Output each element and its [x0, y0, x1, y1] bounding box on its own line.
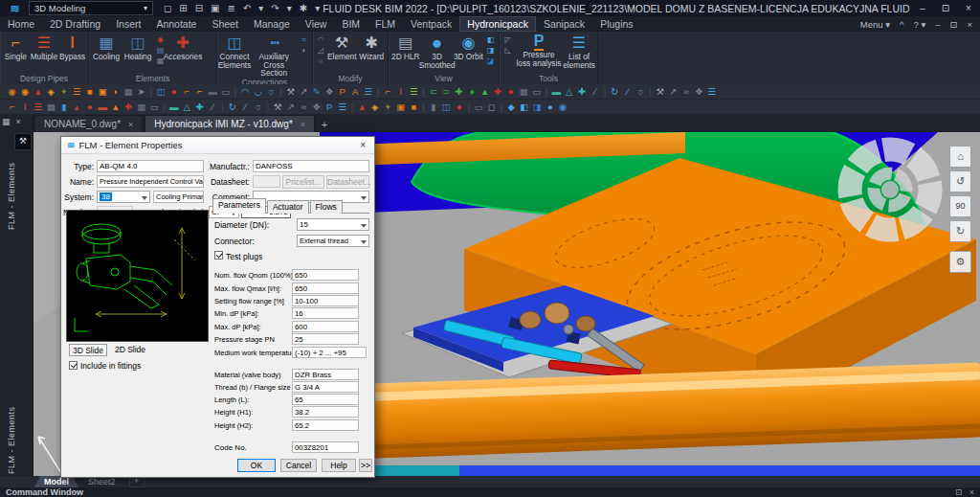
tab-actuator[interactable]: Actuator [267, 200, 309, 214]
pin-ribbon-icon[interactable]: ^ [896, 19, 907, 30]
cmdline-restore-icon[interactable]: ⊡ [955, 487, 962, 497]
rotate-90-button[interactable]: 90 [949, 195, 971, 217]
toolbar-icon[interactable]: ☰ [336, 100, 349, 114]
save-icon[interactable]: ▣ [208, 3, 222, 13]
toolbar-icon[interactable]: ◗ [109, 84, 122, 99]
ribbon-button-element[interactable]: ⚒ Element [327, 34, 356, 72]
ok-button[interactable]: OK [237, 459, 276, 472]
toolbar-icon[interactable]: ⌐ [181, 84, 194, 99]
redo-caret-icon[interactable]: ▾ [284, 3, 295, 13]
ribbon-button-single[interactable]: ⌐ Single [2, 34, 30, 72]
toolbar-icon[interactable]: ◠ [315, 34, 326, 45]
toolbar-icon[interactable]: ◡ [252, 84, 265, 99]
dialog-title-bar[interactable]: ≋ FLM - Element Properties × [61, 137, 374, 154]
toolbar-icon[interactable]: ⊂ [427, 84, 440, 99]
toolbar-icon[interactable]: Ⅰ [19, 100, 33, 114]
sheet-set-icon[interactable]: ⊟ [192, 3, 206, 13]
new-tab-button[interactable]: + [317, 118, 332, 132]
toolbar-icon[interactable]: ✚ [453, 84, 466, 99]
toolbar-icon[interactable]: ⌐ [193, 84, 207, 99]
toolbar-icon[interactable]: ▮ [427, 100, 440, 114]
toolbar-icon[interactable]: ▦ [518, 84, 531, 99]
print-icon[interactable]: ≣ [225, 3, 238, 13]
flm-tool-tile-icon[interactable]: ⚒ [14, 133, 32, 150]
navigation-wheel[interactable] [833, 132, 947, 247]
toolbar-icon[interactable]: ● [504, 84, 518, 99]
toolbar-icon[interactable]: ◧ [484, 34, 497, 45]
toolbar-icon[interactable]: ↻ [226, 100, 239, 114]
tab-home[interactable]: Home [0, 16, 42, 32]
toolbar-icon[interactable]: ● [167, 84, 181, 99]
tab-plugins[interactable]: Plugins [592, 16, 640, 32]
toolbar-icon[interactable]: ☰ [408, 84, 421, 99]
system-combobox[interactable]: 38 [97, 191, 150, 203]
diameter-combobox[interactable]: 15 [297, 218, 369, 231]
toolbar-icon[interactable]: ◆ [505, 100, 519, 114]
doc-restore-icon[interactable]: ⊡ [946, 19, 961, 30]
pricelist-button[interactable]: Pricelist... [282, 175, 324, 189]
toolbar-icon[interactable]: ▦ [45, 100, 58, 114]
ribbon-button-connect-elements[interactable]: ◫ Connect Elements [219, 34, 250, 72]
toolbar-icon[interactable]: △ [181, 100, 194, 114]
include-in-fittings-checkbox[interactable] [69, 361, 78, 370]
toolbar-icon[interactable]: ⊃ [440, 84, 454, 99]
toolbar-icon[interactable]: ✚ [576, 84, 590, 99]
tab-parameters[interactable]: Parameters [212, 198, 266, 214]
toolbar-icon[interactable]: P [336, 84, 349, 99]
element-preview-slide[interactable] [66, 210, 209, 342]
toolbar-icon[interactable]: ☰ [32, 100, 45, 114]
toolbar-icon[interactable]: ◧ [518, 100, 531, 114]
ribbon-button-bypass[interactable]: Ⅰ Bypass [58, 34, 86, 72]
doc-minimize-icon[interactable]: – [931, 19, 944, 30]
toolbar-icon[interactable]: ▬ [97, 100, 110, 114]
orbit-back-button[interactable]: ↺ [949, 170, 971, 192]
toolbar-icon[interactable]: ☰ [705, 84, 719, 99]
toolbar-icon[interactable]: ∕ [207, 100, 220, 114]
open-folder-icon[interactable]: ⊞ [176, 3, 189, 13]
toolbar-icon[interactable]: ∕ [589, 84, 602, 99]
ribbon-button-heating[interactable]: ◫ Heating [122, 34, 153, 72]
tab-sheet[interactable]: Sheet [204, 16, 245, 32]
toolbar-icon[interactable]: ◉ [6, 84, 19, 99]
toolbar-icon[interactable]: ⚒ [272, 100, 285, 114]
tab-2d-drafting[interactable]: 2D Drafting [42, 16, 108, 32]
toolbar-icon[interactable]: ➤ [135, 84, 148, 99]
palette-grid-icon[interactable]: ▦ [2, 117, 11, 126]
panel-close-icon[interactable]: × [16, 117, 21, 126]
cloud-share-icon[interactable]: ✱ [297, 3, 310, 13]
slide-2d-toggle[interactable]: 2D Slide [111, 344, 149, 356]
minimize-icon[interactable]: – [911, 3, 934, 13]
toolbar-icon[interactable]: Ⅰ [394, 84, 408, 99]
toolbar-icon[interactable]: ≈ [298, 100, 311, 114]
toolbar-icon[interactable]: ○ [635, 84, 648, 99]
toolbar-icon[interactable]: ◨ [484, 45, 497, 56]
tab-flows[interactable]: Flows [310, 200, 343, 214]
toolbar-icon[interactable]: ▭ [219, 84, 233, 99]
expand-button[interactable]: >> [359, 459, 372, 472]
cancel-button[interactable]: Cancel [280, 459, 317, 472]
toolbar-icon[interactable]: ▲ [32, 84, 45, 99]
toolbar-icon[interactable]: ◠ [239, 84, 253, 99]
tab-flm[interactable]: FLM [368, 16, 403, 32]
toolbar-icon[interactable]: ↗ [298, 84, 311, 99]
toolbar-icon[interactable]: ▴ [71, 100, 84, 114]
home-view-button[interactable]: ⌂ [949, 146, 971, 168]
tab-hydronicpack[interactable]: Hydronicpack [459, 16, 536, 32]
toolbar-icon[interactable]: ◈ [368, 100, 382, 114]
toolbar-icon[interactable]: ≈ [298, 34, 310, 45]
tab-insert[interactable]: Insert [108, 16, 148, 32]
doc-close-icon[interactable]: × [963, 19, 976, 30]
toolbar-icon[interactable]: ◫ [440, 100, 454, 114]
toolbar-icon[interactable]: ✦ [382, 100, 395, 114]
redo-icon[interactable]: ↷ [268, 3, 281, 13]
workspace-dropdown[interactable]: 3D Modeling ▾ [29, 1, 153, 15]
dialog-close-icon[interactable]: × [357, 140, 368, 150]
ribbon-button-3d-smoothed[interactable]: ● 3D Smoothed [422, 34, 453, 72]
ribbon-button-2d-hlr[interactable]: ▤ 2D HLR [390, 34, 421, 72]
toolbar-icon[interactable]: ○ [315, 56, 326, 66]
toolbar-icon[interactable]: ▦ [122, 84, 136, 99]
toolbar-icon[interactable]: ◉ [557, 100, 570, 114]
dock-tab-flm-elements-bottom[interactable]: FLM - Elements [7, 397, 16, 474]
toolbar-icon[interactable]: ◿ [315, 45, 326, 56]
tab-view[interactable]: View [298, 16, 335, 32]
